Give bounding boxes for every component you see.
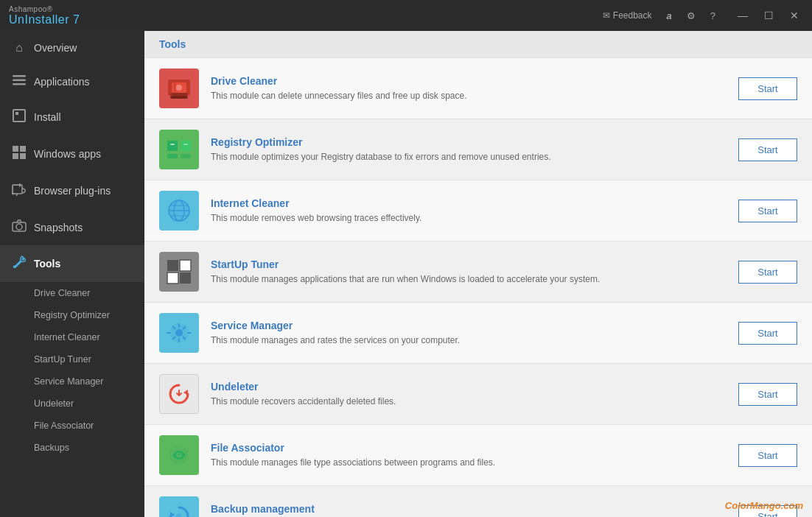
- undeleter-start-button[interactable]: Start: [738, 383, 797, 406]
- svg-rect-20: [167, 154, 178, 158]
- tools-icon: [12, 256, 27, 272]
- startup-tuner-desc: This module manages applications that ar…: [211, 273, 727, 286]
- svg-rect-30: [167, 260, 178, 271]
- watermark-plain: Color: [725, 500, 750, 511]
- watermark: ColorMango.com: [725, 500, 803, 511]
- app-name-label: UnInstaller 7: [9, 13, 80, 27]
- sidebar-sub-startup-tuner[interactable]: StartUp Tuner: [0, 348, 144, 370]
- table-row: Internet Cleaner This module removes web…: [144, 180, 812, 242]
- service-manager-start-button[interactable]: Start: [738, 322, 797, 345]
- feedback-button[interactable]: ✉ Feedback: [597, 7, 658, 24]
- registry-optimizer-start-button[interactable]: Start: [738, 138, 797, 161]
- settings-button[interactable]: ⚙: [681, 7, 701, 24]
- svg-rect-31: [180, 260, 191, 271]
- puzzle-icon: [12, 183, 27, 199]
- file-associator-start-button[interactable]: Start: [738, 444, 797, 467]
- minimize-button[interactable]: —: [730, 7, 755, 24]
- sidebar-item-snapshots[interactable]: Snapshots: [0, 209, 144, 245]
- help-button[interactable]: ?: [704, 7, 721, 24]
- ashampoo-icon-button[interactable]: a: [661, 7, 678, 24]
- internet-cleaner-start-button[interactable]: Start: [738, 200, 797, 222]
- backup-management-name: Backup management: [211, 503, 727, 515]
- internet-cleaner-name: Internet Cleaner: [211, 197, 727, 209]
- svg-rect-22: [170, 144, 175, 145]
- app-title: Ashampoo® UnInstaller 7: [9, 5, 80, 27]
- home-icon: ⌂: [12, 41, 27, 54]
- sidebar-label-windows-apps: Windows apps: [34, 148, 101, 160]
- svg-rect-7: [13, 153, 18, 159]
- internet-cleaner-icon: [159, 191, 199, 231]
- windows-icon: [12, 146, 27, 162]
- apps-icon: [12, 75, 27, 88]
- service-manager-icon: [159, 313, 199, 353]
- drive-cleaner-desc: This module can delete unnecessary files…: [211, 90, 727, 102]
- drive-cleaner-start-button[interactable]: Start: [738, 77, 797, 100]
- sidebar-item-applications[interactable]: Applications: [0, 65, 144, 99]
- table-row: Service Manager This module manages and …: [144, 303, 812, 364]
- registry-optimizer-name: Registry Optimizer: [211, 136, 727, 148]
- svg-rect-0: [13, 75, 26, 77]
- svg-rect-4: [15, 112, 18, 115]
- feedback-label: Feedback: [613, 10, 652, 21]
- undeleter-name: Undeleter: [211, 381, 727, 393]
- sidebar-label-applications: Applications: [34, 76, 90, 88]
- table-row: Undeleter This module recovers accidenta…: [144, 364, 812, 425]
- internet-cleaner-info: Internet Cleaner This module removes web…: [211, 197, 727, 225]
- drive-cleaner-info: Drive Cleaner This module can delete unn…: [211, 75, 727, 102]
- sidebar-sub-registry-optimizer[interactable]: Registry Optimizer: [0, 304, 144, 326]
- svg-rect-23: [183, 144, 188, 145]
- maximize-button[interactable]: ☐: [757, 7, 781, 24]
- svg-rect-16: [170, 96, 188, 99]
- svg-marker-36: [183, 390, 188, 395]
- sidebar-item-browser-plugins[interactable]: Browser plug-ins: [0, 172, 144, 209]
- file-associator-name: File Associator: [211, 442, 727, 454]
- watermark-suffix: .com: [781, 500, 803, 511]
- tools-sub-menu: Drive Cleaner Registry Optimizer Interne…: [0, 282, 144, 459]
- sidebar-sub-drive-cleaner[interactable]: Drive Cleaner: [0, 282, 144, 304]
- sidebar-item-install[interactable]: Install: [0, 99, 144, 136]
- startup-tuner-name: StartUp Tuner: [211, 258, 727, 270]
- drive-cleaner-name: Drive Cleaner: [211, 75, 727, 87]
- close-button[interactable]: ✕: [783, 7, 806, 24]
- title-bar-controls: ✉ Feedback a ⚙ ? — ☐ ✕: [597, 7, 806, 24]
- brand-label: Ashampoo®: [9, 5, 80, 13]
- startup-tuner-info: StartUp Tuner This module manages applic…: [211, 258, 727, 286]
- sidebar-sub-internet-cleaner[interactable]: Internet Cleaner: [0, 326, 144, 348]
- sidebar-sub-undeleter[interactable]: Undeleter: [0, 393, 144, 415]
- main-layout: ⌂ Overview Applications Install: [0, 31, 812, 517]
- startup-tuner-icon: [159, 252, 199, 292]
- startup-tuner-start-button[interactable]: Start: [738, 261, 797, 284]
- svg-rect-18: [167, 141, 178, 151]
- ashampoo-logo-icon: a: [667, 10, 672, 21]
- service-manager-name: Service Manager: [211, 320, 727, 331]
- table-row: StartUp Tuner This module manages applic…: [144, 242, 812, 303]
- gear-icon: ⚙: [687, 10, 696, 21]
- content-area: Tools Drive Cleaner Th: [144, 31, 812, 517]
- file-associator-info: File Associator This module manages file…: [211, 442, 727, 469]
- sidebar-item-overview[interactable]: ⌂ Overview: [0, 31, 144, 65]
- sidebar-sub-file-associator[interactable]: File Associator: [0, 415, 144, 437]
- svg-point-39: [182, 454, 186, 457]
- tools-list: Drive Cleaner This module can delete unn…: [144, 58, 812, 517]
- undeleter-info: Undeleter This module recovers accidenta…: [211, 381, 727, 408]
- sidebar-sub-backups[interactable]: Backups: [0, 437, 144, 459]
- svg-point-15: [176, 85, 182, 91]
- svg-rect-8: [20, 153, 26, 159]
- sidebar-sub-service-manager[interactable]: Service Manager: [0, 370, 144, 393]
- svg-rect-33: [167, 272, 178, 284]
- svg-rect-19: [181, 141, 191, 151]
- window-controls: — ☐ ✕: [730, 7, 806, 24]
- watermark-accent: Mango: [750, 500, 781, 511]
- file-associator-icon: ∞: [159, 435, 199, 475]
- sidebar-item-tools[interactable]: Tools: [0, 245, 144, 282]
- svg-marker-41: [170, 512, 175, 517]
- svg-rect-21: [181, 154, 191, 158]
- svg-rect-1: [13, 80, 26, 82]
- sidebar-label-snapshots: Snapshots: [34, 222, 83, 233]
- svg-rect-2: [13, 83, 26, 85]
- service-manager-info: Service Manager This module manages and …: [211, 320, 727, 347]
- sidebar-item-windows-apps[interactable]: Windows apps: [0, 136, 144, 172]
- title-bar: Ashampoo® UnInstaller 7 ✉ Feedback a ⚙ ?…: [0, 0, 812, 31]
- sidebar-label-overview: Overview: [34, 42, 77, 54]
- svg-point-42: [176, 513, 182, 517]
